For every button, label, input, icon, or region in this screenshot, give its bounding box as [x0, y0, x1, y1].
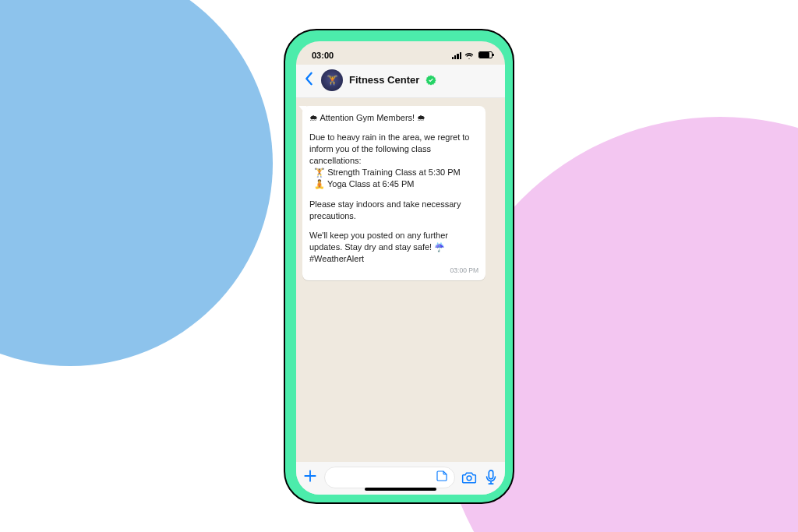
message-bubble: 🌧 Attention Gym Members! 🌧 Due to heavy … — [302, 106, 486, 281]
svg-point-0 — [467, 475, 471, 480]
mic-button[interactable] — [483, 470, 499, 485]
phone-screen: 03:00 — [296, 41, 505, 495]
background-blob-blue — [0, 0, 273, 366]
message-input[interactable] — [324, 467, 455, 488]
status-icons — [452, 51, 493, 59]
avatar-emoji: 🏋️ — [327, 75, 338, 86]
phone-frame: 03:00 — [284, 29, 514, 504]
attach-button[interactable] — [302, 468, 318, 487]
signal-icon — [452, 51, 461, 59]
back-button[interactable] — [302, 72, 315, 89]
status-bar: 03:00 — [296, 41, 505, 65]
message-line: 🧘 Yoga Class at 6:45 PM — [314, 179, 414, 188]
verified-badge-icon — [425, 75, 436, 86]
message-timestamp: 03:00 PM — [309, 266, 478, 276]
message-line: 🌧 Attention Gym Members! 🌧 — [309, 112, 478, 124]
message-line: 🏋️ Strength Training Class at 5:30 PM — [314, 167, 461, 177]
message-list[interactable]: 🌧 Attention Gym Members! 🌧 Due to heavy … — [296, 98, 505, 462]
avatar[interactable]: 🏋️ — [321, 69, 343, 91]
home-indicator[interactable] — [365, 488, 436, 491]
battery-icon — [478, 51, 493, 58]
message-line: Please stay indoors and take necessary p… — [309, 199, 478, 222]
message-line: We'll keep you posted on any further upd… — [309, 230, 478, 266]
message-line: Due to heavy rain in the area, we regret… — [309, 132, 469, 165]
chat-title[interactable]: Fitness Center — [349, 74, 419, 86]
svg-rect-1 — [489, 470, 493, 478]
sticker-icon[interactable] — [436, 470, 448, 485]
status-time: 03:00 — [312, 51, 334, 60]
chat-header: 🏋️ Fitness Center — [296, 65, 505, 98]
wifi-icon — [464, 51, 475, 59]
camera-button[interactable] — [461, 470, 477, 484]
